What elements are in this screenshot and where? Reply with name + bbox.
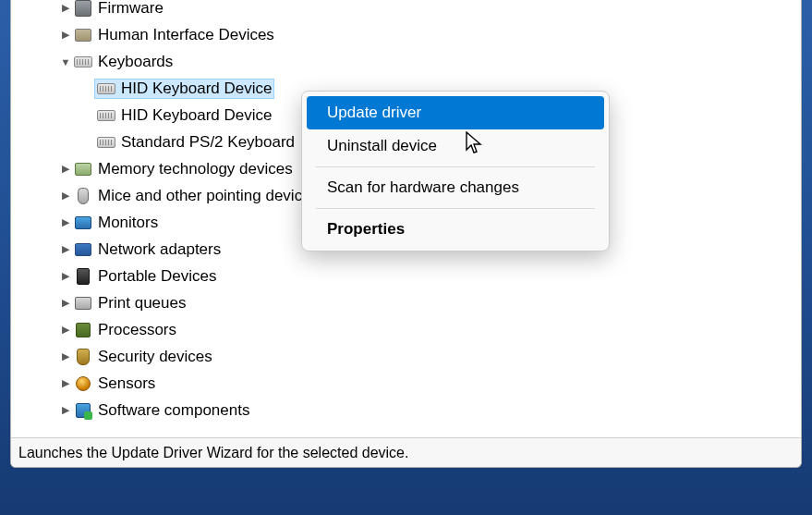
node-label: Firmware <box>98 0 164 18</box>
printer-icon <box>74 294 92 313</box>
node-label: Keyboards <box>98 53 173 71</box>
tree-node-software-components[interactable]: ▶ Software components <box>57 397 612 423</box>
chevron-right-icon[interactable]: ▶ <box>57 163 74 175</box>
chevron-right-icon[interactable]: ▶ <box>57 377 74 389</box>
node-label: Network adapters <box>98 240 221 259</box>
keyboard-icon <box>97 80 115 98</box>
chevron-right-icon[interactable]: ▶ <box>57 270 74 282</box>
context-menu: Update driver Uninstall device Scan for … <box>301 91 610 251</box>
node-label: Sensors <box>98 374 155 393</box>
menu-update-driver[interactable]: Update driver <box>307 96 604 129</box>
sensor-icon <box>74 374 92 393</box>
node-label: HID Keyboard Device <box>121 106 272 125</box>
node-label: Mice and other pointing devices <box>98 187 319 205</box>
node-label: Software components <box>98 401 249 420</box>
keyboard-icon <box>97 106 115 125</box>
node-label: Print queues <box>98 294 186 313</box>
menu-label: Properties <box>327 220 405 238</box>
chevron-right-icon[interactable]: ▶ <box>57 297 74 309</box>
node-label: Standard PS/2 Keyboard <box>121 133 295 152</box>
chevron-right-icon[interactable]: ▶ <box>57 324 74 336</box>
tree-node-security[interactable]: ▶ Security devices <box>57 343 612 370</box>
node-label: Memory technology devices <box>98 160 293 178</box>
node-label: Security devices <box>98 348 212 366</box>
tree-node-processors[interactable]: ▶ Processors <box>57 316 612 343</box>
menu-label: Scan for hardware changes <box>327 178 519 196</box>
tree-node-portable[interactable]: ▶ Portable Devices <box>57 263 612 289</box>
menu-uninstall-device[interactable]: Uninstall device <box>307 129 604 163</box>
tree-node-print-queues[interactable]: ▶ Print queues <box>57 289 612 316</box>
mouse-icon <box>74 187 92 205</box>
monitor-icon <box>74 214 92 232</box>
tree-node-firmware[interactable]: ▶ Firmware <box>57 0 612 21</box>
menu-separator <box>316 208 595 209</box>
node-label: Portable Devices <box>98 267 217 286</box>
hid-icon <box>74 26 92 44</box>
chevron-right-icon[interactable]: ▶ <box>57 243 74 255</box>
menu-label: Uninstall device <box>327 137 437 154</box>
menu-properties[interactable]: Properties <box>307 213 604 246</box>
status-text: Launches the Update Driver Wizard for th… <box>18 445 408 461</box>
software-component-icon <box>74 401 92 420</box>
node-label: Processors <box>98 321 176 339</box>
security-icon <box>74 348 92 366</box>
firmware-icon <box>74 0 92 18</box>
chevron-down-icon[interactable]: ▼ <box>57 56 74 67</box>
chevron-right-icon[interactable]: ▶ <box>57 404 74 416</box>
tree-node-sensors[interactable]: ▶ Sensors <box>57 370 612 397</box>
tree-node-hid[interactable]: ▶ Human Interface Devices <box>57 21 612 48</box>
keyboard-icon <box>97 133 115 152</box>
network-icon <box>74 240 92 259</box>
chevron-right-icon[interactable]: ▶ <box>57 2 74 14</box>
node-label: HID Keyboard Device <box>121 80 272 98</box>
tree-node-keyboards[interactable]: ▼ Keyboards <box>57 48 612 75</box>
memory-icon <box>74 160 92 178</box>
menu-label: Update driver <box>327 104 421 121</box>
node-label: Monitors <box>98 214 158 232</box>
chevron-right-icon[interactable]: ▶ <box>57 350 74 362</box>
chevron-right-icon[interactable]: ▶ <box>57 29 74 41</box>
status-bar: Launches the Update Driver Wizard for th… <box>11 437 801 467</box>
node-label: Human Interface Devices <box>98 26 274 44</box>
menu-scan-hardware[interactable]: Scan for hardware changes <box>307 171 604 204</box>
portable-device-icon <box>74 267 92 286</box>
menu-separator <box>316 166 595 167</box>
cpu-icon <box>74 321 92 339</box>
chevron-right-icon[interactable]: ▶ <box>57 216 74 228</box>
keyboard-icon <box>74 53 92 71</box>
chevron-right-icon[interactable]: ▶ <box>57 190 74 202</box>
